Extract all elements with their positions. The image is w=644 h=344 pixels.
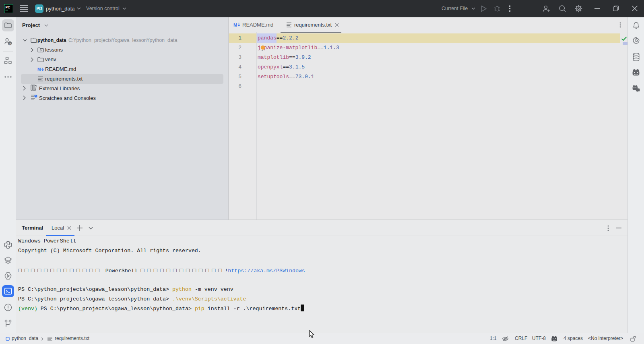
svg-text:M: M bbox=[37, 67, 41, 72]
svg-text:M: M bbox=[233, 23, 237, 27]
svg-text:PC: PC bbox=[6, 5, 10, 9]
svg-text:?: ? bbox=[9, 42, 11, 46]
